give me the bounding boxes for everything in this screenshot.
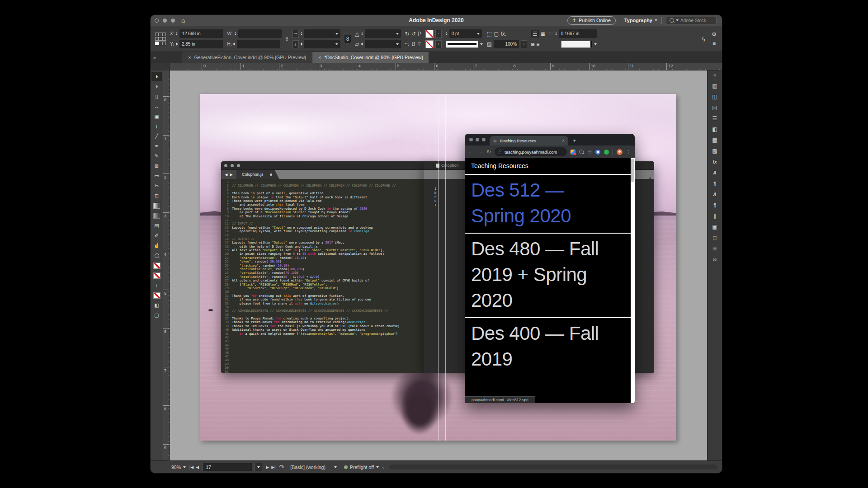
jump-object-icon[interactable]: ≡ bbox=[536, 42, 539, 47]
swatches-panel[interactable]: ▦ bbox=[710, 136, 720, 144]
rectangle-frame-tool[interactable]: ⊠ bbox=[151, 161, 162, 171]
forward-icon[interactable]: → bbox=[477, 149, 483, 155]
minimize-icon[interactable] bbox=[476, 138, 479, 141]
pen-tool[interactable]: ✒ bbox=[151, 141, 162, 151]
pages-panel[interactable]: ▥ bbox=[710, 82, 720, 89]
stroke-color-expand[interactable]: › bbox=[435, 30, 442, 38]
rotation-field[interactable] bbox=[365, 29, 401, 38]
stroke-color-none-swatch[interactable] bbox=[425, 30, 434, 38]
paragraph-panel[interactable]: ¶ bbox=[710, 180, 720, 187]
text-wrap-panel[interactable]: ▣ bbox=[710, 223, 720, 230]
control-panel-settings-icon[interactable]: ⚙ bbox=[712, 31, 717, 38]
scrollbar-thumb[interactable] bbox=[631, 159, 634, 182]
rotate-cw-icon[interactable]: ↻ bbox=[405, 31, 410, 37]
next-page-button[interactable]: ▶ bbox=[266, 465, 269, 469]
last-page-button[interactable]: ▶| bbox=[271, 465, 275, 469]
fill-color-expand[interactable]: › bbox=[435, 40, 442, 48]
password-manager-icon[interactable] bbox=[571, 150, 576, 155]
page-number-field[interactable]: 17 bbox=[203, 463, 252, 471]
flip-horizontal-icon[interactable]: ⇋ bbox=[405, 42, 410, 47]
previous-page-button[interactable]: ◀ bbox=[196, 465, 199, 469]
preflight-profile-dropdown[interactable]: [Basic] (working) bbox=[290, 465, 337, 470]
h-field[interactable] bbox=[237, 40, 280, 48]
minimize-icon[interactable] bbox=[231, 164, 234, 167]
scissors-tool[interactable]: ✂ bbox=[151, 181, 162, 191]
h-stepper[interactable] bbox=[233, 42, 235, 46]
rectangle-tool[interactable]: ▭ bbox=[151, 171, 162, 181]
scale-y-field[interactable] bbox=[304, 40, 340, 48]
page-jump-icon[interactable]: ↷ bbox=[279, 464, 284, 470]
close-icon[interactable] bbox=[224, 164, 227, 167]
stroke-type-dropdown[interactable] bbox=[446, 41, 478, 48]
browser-scrollbar[interactable] bbox=[631, 158, 635, 403]
shear-stepper[interactable] bbox=[361, 42, 363, 46]
text-wrap-bounding-icon[interactable]: ≣ bbox=[541, 31, 545, 37]
blue-extension-icon[interactable] bbox=[595, 150, 600, 155]
stroke-weight-stepper[interactable] bbox=[446, 32, 448, 35]
paragraph-styles-panel[interactable]: ¶ bbox=[710, 202, 720, 209]
gap-tool[interactable]: ↔ bbox=[151, 102, 162, 111]
preview-swatch-dropdown[interactable] bbox=[561, 41, 592, 48]
select-container-icon[interactable]: ▽ bbox=[418, 42, 421, 46]
line-tool[interactable]: ╱ bbox=[151, 131, 162, 141]
shear-field[interactable] bbox=[365, 40, 401, 48]
green-extension-icon[interactable] bbox=[604, 150, 609, 155]
rotate-ccw-icon[interactable]: ↺ bbox=[411, 31, 416, 37]
type-tool[interactable]: T bbox=[151, 122, 162, 131]
reload-icon[interactable]: ↻ bbox=[486, 149, 491, 155]
eyedropper-tool[interactable]: ✐ bbox=[151, 231, 162, 240]
selection-tool[interactable]: ➤ bbox=[151, 72, 162, 81]
apply-none-swatch[interactable] bbox=[151, 291, 162, 300]
expand-panels-chevron[interactable]: « bbox=[713, 72, 716, 78]
gradient-panel[interactable]: ▩ bbox=[710, 147, 720, 155]
character-styles-panel[interactable]: A bbox=[710, 191, 720, 198]
editor-tab-colophon[interactable]: Colophon.js bbox=[236, 170, 279, 179]
rotation-stepper[interactable] bbox=[361, 32, 363, 35]
note-tool[interactable]: ▤ bbox=[151, 221, 162, 230]
w-field[interactable] bbox=[238, 29, 282, 38]
link-scale-icon[interactable]: 8 bbox=[344, 35, 351, 43]
publish-online-button[interactable]: ↥ Publish Online bbox=[567, 16, 616, 25]
close-icon[interactable]: × bbox=[318, 55, 321, 60]
view-mode[interactable]: ▢ bbox=[151, 310, 162, 320]
page-list-dropdown[interactable] bbox=[255, 463, 262, 471]
horizontal-ruler[interactable]: 0123456789101112 bbox=[170, 63, 722, 70]
gradient-feather-tool[interactable] bbox=[151, 211, 162, 221]
free-transform-tool[interactable]: ⊡ bbox=[151, 191, 162, 201]
w-stepper[interactable] bbox=[235, 32, 236, 35]
wrap-around-object-icon[interactable]: ◙ bbox=[531, 42, 534, 47]
y-stepper[interactable] bbox=[176, 42, 178, 46]
screen-mode[interactable]: ◧ bbox=[151, 300, 162, 310]
object-styles-panel[interactable]: □ bbox=[710, 234, 720, 241]
opacity-expand[interactable]: › bbox=[521, 40, 527, 48]
character-panel[interactable]: A bbox=[710, 169, 720, 176]
effects-panel[interactable]: fx bbox=[710, 158, 720, 165]
y-field[interactable]: 2.85 in bbox=[179, 40, 223, 48]
first-page-button[interactable]: |◀ bbox=[189, 465, 193, 469]
hand-tool[interactable]: ☝ bbox=[151, 241, 162, 250]
address-bar[interactable]: teaching.pouyaahmadi.com bbox=[495, 147, 567, 156]
effects-icon[interactable]: fx. bbox=[500, 31, 506, 37]
close-icon[interactable]: × bbox=[188, 55, 191, 60]
zoom-icon[interactable] bbox=[237, 164, 240, 167]
control-panel-menu-icon[interactable]: ≡ bbox=[712, 40, 716, 47]
space-stepper[interactable] bbox=[555, 32, 557, 35]
horizontal-scrollbar[interactable] bbox=[389, 465, 717, 469]
tab-list-chevron[interactable] bbox=[649, 173, 651, 181]
pencil-tool[interactable]: ✎ bbox=[151, 151, 162, 161]
page-tool[interactable]: ▯ bbox=[151, 92, 162, 101]
code-editor-window[interactable]: ◀▶ Colophon.js 12// COLOPHON // COLOPHON… bbox=[221, 161, 435, 373]
scale-y-stepper[interactable] bbox=[301, 42, 302, 46]
panel-collapse-chevrons[interactable]: » bbox=[151, 52, 182, 63]
color-panel[interactable]: ◧ bbox=[710, 126, 720, 133]
document-canvas[interactable]: ◀▶ Colophon.js 12// COLOPHON // COLOPHON… bbox=[170, 70, 707, 462]
corner-options-icon[interactable]: ⬚ bbox=[487, 31, 492, 37]
link-panel[interactable]: ∞ bbox=[710, 256, 720, 263]
profile-avatar[interactable] bbox=[617, 149, 623, 155]
zoom-tool[interactable] bbox=[151, 251, 162, 260]
frame-fitting-icon[interactable]: ∷ bbox=[549, 31, 553, 37]
doc-tab-docstudio[interactable]: × *DocStudio_Cover.indd @ 90% [GPU Previ… bbox=[312, 52, 429, 63]
new-tab-button[interactable]: + bbox=[573, 136, 576, 145]
course-link-2[interactable]: Des 480 — Fall2019 + Spring2020 bbox=[465, 234, 635, 317]
close-icon[interactable] bbox=[469, 138, 473, 141]
